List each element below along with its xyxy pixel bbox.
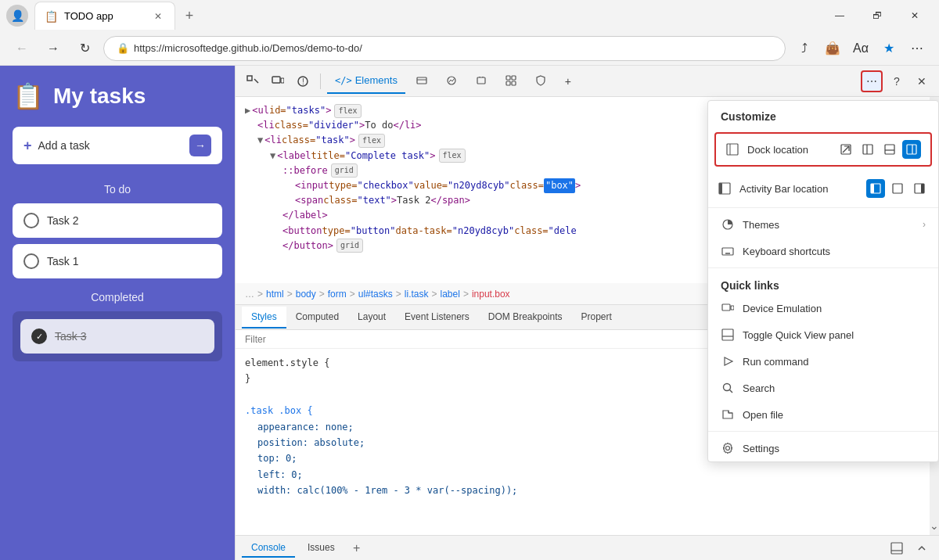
dock-left-button[interactable] (858, 140, 877, 159)
minimize-button[interactable]: — (822, 3, 858, 28)
svg-rect-12 (506, 76, 510, 80)
keyboard-shortcuts-label: Keyboard shortcuts (743, 246, 926, 257)
add-tab-button[interactable]: + (347, 539, 366, 558)
task-label-3: Task 3 (55, 330, 86, 343)
tree-toggle[interactable]: ▼ (257, 133, 263, 148)
keyboard-shortcuts-item[interactable]: Keyboard shortcuts (708, 238, 938, 264)
html-attr: class= (282, 133, 315, 148)
forward-button[interactable]: → (41, 36, 66, 61)
task-item: Task 1 (13, 244, 222, 278)
html-attr: id= (269, 103, 286, 118)
keyboard-icon (721, 244, 735, 258)
html-text: To do (365, 118, 393, 133)
bc-body[interactable]: body (296, 289, 316, 300)
inspect-element-button[interactable] (242, 70, 264, 92)
performance-icon (446, 75, 457, 86)
settings-item[interactable]: Settings (708, 435, 938, 461)
activity-center-button[interactable] (888, 179, 907, 198)
address-input[interactable]: 🔒 https://microsoftedge.github.io/Demos/… (103, 36, 786, 61)
favorites-button[interactable]: 👜 (820, 36, 845, 61)
active-tab[interactable]: 📋 TODO app ✕ (34, 2, 175, 30)
tab-memory[interactable] (468, 69, 495, 94)
bookmark-button[interactable]: ★ (876, 36, 901, 61)
device-emulation-icon (721, 301, 735, 315)
add-tab-button[interactable]: + (557, 70, 579, 92)
toggle-quick-view-item[interactable]: Toggle Quick View panel (708, 321, 938, 348)
add-task-arrow-button[interactable]: → (189, 135, 211, 156)
customize-header: Customize (708, 101, 938, 129)
dock-bottom-button[interactable] (880, 140, 899, 159)
back-button[interactable]: ← (9, 36, 34, 61)
dock-location-row[interactable]: Dock location (716, 134, 930, 165)
new-tab-button[interactable]: + (178, 5, 200, 27)
task-checkbox-1[interactable] (23, 253, 39, 269)
bc-active-input[interactable]: input.box (472, 289, 510, 300)
svg-rect-34 (921, 184, 924, 193)
dock-undock-button[interactable] (836, 140, 855, 159)
tab-properties[interactable]: Propert (572, 307, 621, 328)
activity-bar-row[interactable]: Activity Bar location (708, 173, 938, 204)
bc-li-task[interactable]: li.task (405, 289, 429, 300)
dock-options (836, 140, 921, 159)
run-command-item[interactable]: Run command (708, 348, 938, 375)
search-item[interactable]: Search (708, 375, 938, 401)
more-tools-button[interactable]: ⋯ (861, 70, 883, 92)
device-emulation-button[interactable] (267, 70, 289, 92)
bc-label[interactable]: label (441, 289, 460, 300)
restore-button[interactable]: 🗗 (859, 3, 895, 28)
task-checkbox-3[interactable]: ✓ (31, 328, 47, 344)
html-attr: data-task= (396, 224, 452, 239)
task-checkbox-2[interactable] (23, 213, 39, 228)
tab-event-listeners[interactable]: Event Listeners (395, 307, 479, 328)
tab-styles[interactable]: Styles (242, 307, 286, 328)
bc-form[interactable]: form (328, 289, 347, 300)
open-file-item[interactable]: Open file (708, 401, 938, 428)
activity-right-button[interactable] (910, 179, 929, 198)
breadcrumb-ellipsis[interactable]: … (245, 289, 254, 300)
activity-left-button[interactable] (866, 179, 885, 198)
tab-title: TODO app (64, 10, 145, 22)
tab-security[interactable] (527, 69, 554, 94)
tab-close-button[interactable]: ✕ (151, 9, 165, 23)
more-button[interactable]: ⋯ (905, 36, 930, 61)
tab-computed[interactable]: Computed (286, 307, 348, 328)
bottom-tab-issues[interactable]: Issues (298, 539, 344, 558)
avatar: 👤 (6, 5, 28, 27)
bc-sep: > (463, 289, 469, 300)
svg-rect-0 (247, 76, 252, 81)
devtools-close-button[interactable]: ✕ (911, 70, 933, 92)
help-button[interactable]: ? (886, 70, 908, 92)
expand-button[interactable] (911, 537, 933, 559)
tree-toggle[interactable]: ▼ (270, 149, 275, 163)
tab-performance[interactable] (438, 69, 465, 94)
toggle-drawer-button[interactable] (886, 537, 908, 559)
html-tag: <li (257, 118, 275, 133)
tree-toggle[interactable]: ▶ (245, 103, 250, 118)
toggle-quick-view-icon (721, 328, 735, 342)
bc-sep: > (350, 289, 355, 300)
refresh-button[interactable]: ↻ (72, 36, 97, 61)
close-button[interactable]: ✕ (897, 3, 933, 28)
tab-dom-breakpoints[interactable]: DOM Breakpoints (479, 307, 572, 328)
device-emulation-item[interactable]: Device Emulation (708, 295, 938, 321)
address-bar: ← → ↻ 🔒 https://microsoftedge.github.io/… (0, 31, 939, 66)
add-task-row[interactable]: + Add a task → (13, 127, 222, 164)
bottom-tab-console[interactable]: Console (242, 539, 295, 558)
console-errors-button[interactable]: ! (292, 70, 314, 92)
collections-button[interactable]: Aα (848, 36, 873, 61)
todo-panel: 📋 My tasks + Add a task → To do Task 2 T… (0, 66, 235, 560)
tab-elements[interactable]: </> Elements (327, 69, 405, 94)
themes-item[interactable]: Themes › (708, 211, 938, 238)
scroll-down-arrow[interactable]: ⌄ (930, 519, 939, 532)
bc-ul-tasks[interactable]: ul#tasks (358, 289, 393, 300)
bc-html[interactable]: html (266, 289, 284, 300)
tab-bar: 📋 TODO app ✕ + (34, 2, 815, 30)
tab-application[interactable] (498, 69, 524, 94)
dock-right-button[interactable] (902, 140, 921, 159)
svg-rect-32 (893, 184, 902, 193)
settings-icon (721, 441, 735, 455)
tab-network[interactable] (408, 69, 435, 94)
memory-icon (476, 75, 487, 86)
share-button[interactable]: ⤴ (792, 36, 817, 61)
tab-layout[interactable]: Layout (348, 307, 395, 328)
